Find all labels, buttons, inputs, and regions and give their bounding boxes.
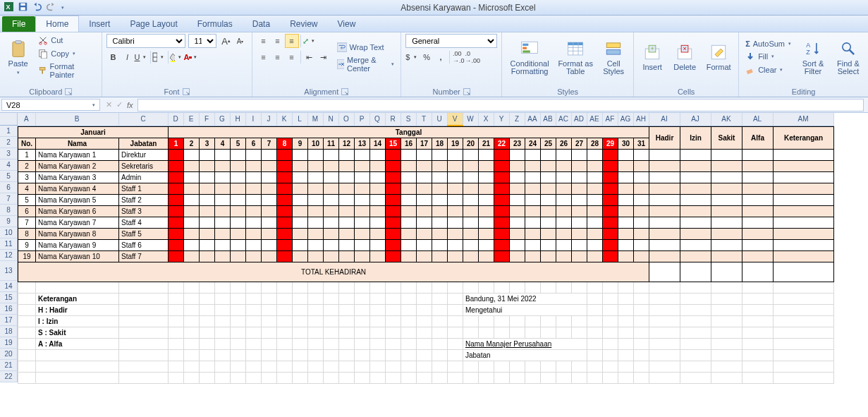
cell[interactable] (742, 206, 774, 217)
cell[interactable] (494, 327, 510, 339)
cell[interactable] (262, 172, 277, 183)
cell[interactable] (417, 305, 432, 316)
cell[interactable] (308, 195, 324, 206)
cell[interactable] (680, 183, 711, 195)
cell[interactable] (711, 229, 742, 240)
cell[interactable] (711, 350, 742, 361)
row-header-19[interactable]: 19 (0, 337, 18, 349)
cell[interactable] (215, 316, 231, 327)
cell[interactable]: 4 (18, 183, 36, 195)
cell[interactable] (649, 195, 680, 206)
cell[interactable] (448, 294, 463, 305)
col-header-AF[interactable]: AF (602, 113, 618, 126)
cell[interactable] (510, 217, 525, 229)
cell[interactable]: Nama (36, 138, 119, 150)
cell[interactable] (742, 161, 774, 172)
row-header-9[interactable]: 9 (0, 216, 18, 227)
cell[interactable] (479, 195, 494, 206)
cell[interactable]: 7 (262, 138, 277, 150)
comma-format-icon[interactable]: , (434, 50, 448, 64)
cell[interactable]: Nama Karyawan 2 (36, 161, 119, 172)
cell[interactable] (293, 161, 308, 172)
cell[interactable] (556, 373, 572, 384)
cell[interactable] (215, 327, 231, 339)
col-header-I[interactable]: I (245, 113, 261, 126)
tab-file[interactable]: File (2, 16, 35, 32)
cell[interactable]: 26 (556, 138, 572, 150)
cell[interactable] (510, 161, 525, 172)
cell[interactable] (634, 339, 649, 350)
cell[interactable] (432, 282, 448, 294)
cell[interactable] (184, 373, 200, 384)
align-top-icon[interactable]: ≡ (257, 34, 271, 48)
cell[interactable]: Hadir (649, 127, 680, 150)
cell[interactable] (215, 217, 231, 229)
cell[interactable] (293, 229, 308, 240)
cell[interactable] (262, 229, 277, 240)
cell[interactable] (277, 282, 293, 294)
col-header-AD[interactable]: AD (571, 113, 587, 126)
cell[interactable] (556, 361, 572, 373)
cell[interactable] (18, 305, 36, 316)
row-header-1[interactable]: 1 (0, 126, 18, 137)
cell[interactable] (587, 361, 603, 373)
accounting-format-icon[interactable]: $▾ (405, 50, 420, 64)
cell[interactable] (169, 240, 184, 251)
cell[interactable] (370, 316, 386, 327)
cell[interactable] (479, 327, 494, 339)
cell[interactable] (711, 361, 742, 373)
cell[interactable] (556, 150, 572, 161)
cell[interactable] (603, 316, 618, 327)
cell[interactable] (231, 339, 246, 350)
cell[interactable] (587, 305, 603, 316)
cell[interactable]: 1 (169, 138, 184, 150)
cell[interactable] (324, 183, 339, 195)
cell[interactable] (200, 150, 215, 161)
cell[interactable] (494, 195, 510, 206)
col-header-S[interactable]: S (401, 113, 416, 126)
cell[interactable] (649, 161, 680, 172)
cell[interactable]: S : Sakit (36, 327, 119, 339)
cell[interactable] (680, 161, 711, 172)
col-header-V[interactable]: V (447, 113, 463, 126)
cell[interactable] (556, 161, 572, 172)
col-header-H[interactable]: H (230, 113, 245, 126)
cell[interactable] (417, 183, 432, 195)
cell[interactable] (386, 316, 401, 327)
col-header-AE[interactable]: AE (587, 113, 602, 126)
cell[interactable]: Izin (680, 127, 711, 150)
cell[interactable] (417, 195, 432, 206)
cell[interactable] (246, 305, 262, 316)
cell[interactable] (215, 195, 231, 206)
cell[interactable] (401, 305, 417, 316)
cell[interactable] (774, 229, 834, 240)
cell[interactable] (649, 240, 680, 251)
cell[interactable] (774, 327, 834, 339)
cell[interactable] (18, 373, 36, 384)
cell[interactable] (169, 294, 184, 305)
cell[interactable] (200, 172, 215, 183)
cell[interactable] (184, 282, 200, 294)
cell[interactable] (401, 150, 417, 161)
cell[interactable] (355, 305, 370, 316)
border-button[interactable]: ▾ (152, 50, 166, 64)
cell[interactable] (463, 240, 479, 251)
cell[interactable] (742, 361, 774, 373)
cell[interactable] (742, 316, 774, 327)
row-header-12[interactable]: 12 (0, 250, 18, 261)
cell[interactable] (432, 206, 448, 217)
cell[interactable] (603, 305, 618, 316)
cell[interactable]: TOTAL KEHADIRAN (18, 262, 649, 282)
cell[interactable] (634, 350, 649, 361)
cell[interactable] (231, 361, 246, 373)
cell[interactable] (308, 350, 324, 361)
cell[interactable] (119, 361, 169, 373)
cell[interactable]: 21 (479, 138, 494, 150)
cell[interactable] (215, 339, 231, 350)
cell[interactable] (169, 305, 184, 316)
row-header-7[interactable]: 7 (0, 193, 18, 205)
cell[interactable] (680, 339, 711, 350)
cell[interactable] (339, 172, 355, 183)
cell[interactable] (774, 262, 834, 282)
cell[interactable] (246, 161, 262, 172)
